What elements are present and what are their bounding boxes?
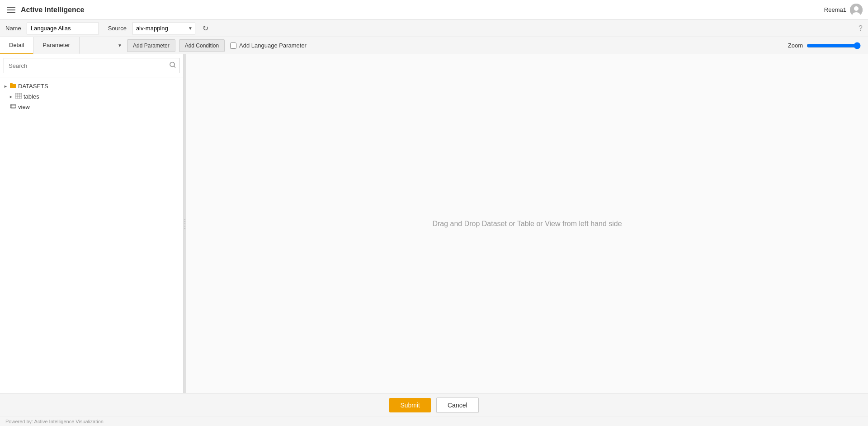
source-select-wrapper: aiv-mapping default custom ▼ <box>132 23 195 34</box>
resize-handle[interactable] <box>184 54 186 393</box>
menu-icon[interactable] <box>5 5 17 15</box>
source-select[interactable]: aiv-mapping default custom <box>132 23 195 34</box>
svg-rect-6 <box>10 83 13 85</box>
cancel-button[interactable]: Cancel <box>436 398 479 413</box>
app-title: Active Intelligence <box>21 6 85 14</box>
tree-arrow-tables: ► <box>9 95 14 99</box>
svg-point-3 <box>170 62 175 67</box>
view-icon <box>10 104 16 110</box>
add-language-label: Add Language Parameter <box>239 42 307 49</box>
bottom-credit: Powered by: Active Intelligence Visualiz… <box>0 417 868 426</box>
tab-extra-dropdown[interactable] <box>80 37 125 54</box>
zoom-wrapper: Zoom <box>788 42 868 49</box>
user-name: Reema1 <box>824 6 846 13</box>
add-language-wrapper[interactable]: Add Language Parameter <box>230 42 307 49</box>
add-language-checkbox[interactable] <box>230 43 236 49</box>
resize-dots <box>184 219 185 229</box>
tree-item-tables[interactable]: ► tables <box>0 91 183 102</box>
search-icon[interactable] <box>170 62 176 70</box>
name-input[interactable] <box>27 23 99 34</box>
help-icon[interactable]: ? <box>859 24 863 33</box>
svg-rect-5 <box>10 84 16 88</box>
table-icon-tables <box>15 93 22 100</box>
folder-icon-datasets <box>10 83 16 90</box>
tab-detail[interactable]: Detail <box>0 37 33 54</box>
top-bar: Active Intelligence Reema1 <box>0 0 868 20</box>
drop-hint: Drag and Drop Dataset or Table or View f… <box>432 220 622 228</box>
search-wrapper <box>0 54 183 77</box>
tab-parameter[interactable]: Parameter <box>33 37 80 54</box>
source-label: Source <box>108 25 127 32</box>
left-panel: ► DATASETS ► tables ► <box>0 54 184 393</box>
tree-label-datasets: DATASETS <box>18 83 48 90</box>
tree-arrow-datasets: ► <box>4 84 8 89</box>
svg-point-1 <box>854 6 859 11</box>
top-bar-left: Active Intelligence <box>5 5 824 15</box>
svg-rect-7 <box>15 93 22 99</box>
user-avatar[interactable] <box>850 4 863 16</box>
tree-item-datasets[interactable]: ► DATASETS <box>0 81 183 91</box>
add-parameter-button[interactable]: Add Parameter <box>127 39 175 52</box>
credit-text: Powered by: Active Intelligence Visualiz… <box>5 419 104 424</box>
search-input[interactable] <box>4 58 179 73</box>
svg-rect-12 <box>10 104 16 108</box>
zoom-label: Zoom <box>788 42 803 49</box>
tree-area: ► DATASETS ► tables ► <box>0 77 183 393</box>
submit-button[interactable]: Submit <box>389 398 431 412</box>
tree-label-tables: tables <box>24 93 39 100</box>
tab-dropdown-wrapper: ▼ <box>80 37 125 54</box>
refresh-icon[interactable]: ↻ <box>203 24 208 33</box>
top-bar-right: Reema1 <box>824 4 863 16</box>
footer: Submit Cancel <box>0 393 868 417</box>
name-label: Name <box>5 25 21 32</box>
canvas-area: Drag and Drop Dataset or Table or View f… <box>186 54 868 393</box>
zoom-slider[interactable] <box>807 42 861 49</box>
main-area: ► DATASETS ► tables ► <box>0 54 868 393</box>
tree-item-view[interactable]: ► view <box>0 102 183 112</box>
toolbar: Detail Parameter ▼ Add Parameter Add Con… <box>0 37 868 54</box>
tree-label-view: view <box>18 104 30 110</box>
add-condition-button[interactable]: Add Condition <box>179 39 225 52</box>
name-bar: Name Source aiv-mapping default custom ▼… <box>0 20 868 37</box>
svg-line-4 <box>174 66 175 68</box>
